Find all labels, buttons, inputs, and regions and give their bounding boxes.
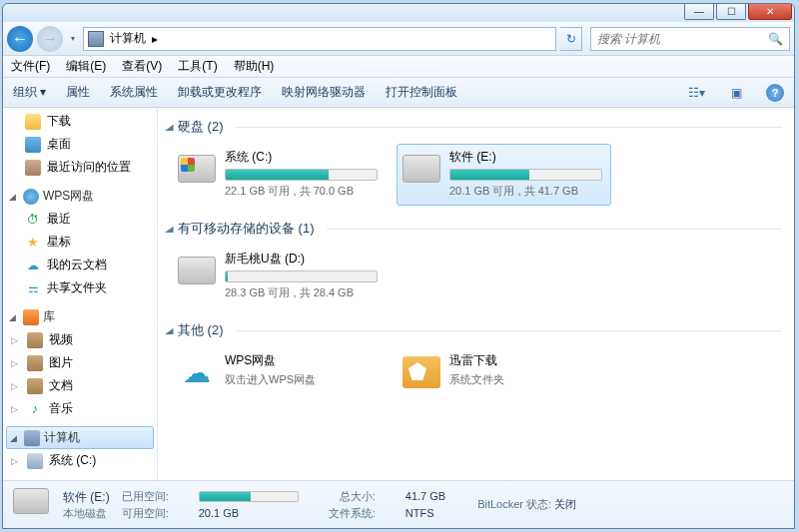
- menu-tools[interactable]: 工具(T): [178, 58, 217, 75]
- drive-space-text: 20.1 GB 可用 , 共 41.7 GB: [449, 184, 602, 199]
- usb-drive-icon: [177, 251, 217, 290]
- sidebar-item-recent-places[interactable]: 最近访问的位置: [3, 156, 157, 179]
- address-bar[interactable]: 计算机 ▸: [83, 27, 556, 51]
- section-label: 其他 (2): [178, 321, 224, 339]
- expand-icon: ◢: [9, 192, 19, 202]
- control-panel-button[interactable]: 打开控制面板: [386, 84, 457, 101]
- drive-c[interactable]: 系统 (C:) 22.1 GB 可用 , 共 70.0 GB: [172, 144, 387, 206]
- titlebar: — ☐ ✕: [3, 4, 794, 22]
- sidebar-item-music[interactable]: ▷♪音乐: [3, 397, 157, 420]
- sidebar-item-label: 系统 (C:): [49, 452, 96, 469]
- sidebar-item-label: 星标: [47, 234, 71, 251]
- close-button[interactable]: ✕: [748, 4, 792, 20]
- sidebar-item-label: 音乐: [49, 400, 73, 417]
- section-removable[interactable]: 有可移动存储的设备 (1): [164, 216, 784, 242]
- drive-name: 软件 (E:): [449, 149, 602, 166]
- sidebar-item-label: 下载: [47, 113, 71, 130]
- section-hard-drives[interactable]: 硬盘 (2): [164, 114, 784, 140]
- expand-icon: ◢: [10, 433, 20, 443]
- sidebar-group-computer[interactable]: ◢计算机: [6, 426, 154, 449]
- details-used-bar: [199, 490, 299, 503]
- sidebar-item-pictures[interactable]: ▷图片: [3, 351, 157, 374]
- details-title: 软件 (E:): [63, 489, 110, 506]
- properties-button[interactable]: 属性: [66, 84, 90, 101]
- refresh-button[interactable]: ↻: [560, 27, 582, 51]
- expand-icon[interactable]: ▷: [11, 456, 21, 466]
- section-label: 硬盘 (2): [178, 118, 224, 136]
- wps-cloud-icon: ☁: [177, 352, 217, 392]
- sidebar: 下载 桌面 最近访问的位置 ◢WPS网盘 ⏱最近 ★星标 ☁我的云文档 ⚎共享文…: [3, 108, 158, 480]
- view-mode-button[interactable]: ☷▾: [686, 84, 706, 102]
- minimize-button[interactable]: —: [684, 4, 714, 20]
- computer-icon: [88, 31, 104, 47]
- sidebar-item-label: 文档: [49, 377, 73, 394]
- clock-icon: ⏱: [25, 212, 41, 228]
- main-pane: 硬盘 (2) 系统 (C:) 22.1 GB 可用 , 共 70.0 GB 软件…: [158, 108, 794, 480]
- drive-name: 新毛桃U盘 (D:): [225, 251, 378, 267]
- details-free-label: 可用空间:: [122, 506, 169, 521]
- sidebar-item-label: 最近: [47, 211, 71, 228]
- sidebar-item-wps-star[interactable]: ★星标: [3, 231, 157, 254]
- expand-icon[interactable]: ▷: [11, 358, 21, 368]
- details-type: 本地磁盘: [63, 506, 110, 521]
- menu-view[interactable]: 查看(V): [122, 58, 162, 75]
- item-wps[interactable]: ☁ WPS网盘 双击进入WPS网盘: [172, 347, 387, 399]
- history-dropdown[interactable]: ▾: [67, 29, 79, 49]
- sidebar-item-label: 我的云文档: [47, 257, 107, 273]
- downloads-icon: [25, 114, 41, 130]
- sidebar-item-label: 共享文件夹: [47, 279, 107, 296]
- sidebar-item-wps-recent[interactable]: ⏱最近: [3, 208, 157, 231]
- expand-icon[interactable]: ▷: [11, 381, 21, 391]
- breadcrumb-item[interactable]: 计算机: [110, 30, 146, 47]
- breadcrumb-sep[interactable]: ▸: [152, 32, 158, 46]
- search-input[interactable]: [597, 32, 768, 46]
- organize-button[interactable]: 组织 ▾: [13, 84, 46, 101]
- drive-d[interactable]: 新毛桃U盘 (D:) 28.3 GB 可用 , 共 28.4 GB: [172, 246, 387, 307]
- expand-icon[interactable]: ▷: [11, 335, 21, 345]
- item-xunlei[interactable]: 迅雷下载 系统文件夹: [397, 347, 611, 399]
- sidebar-item-wps-docs[interactable]: ☁我的云文档: [3, 254, 157, 276]
- uninstall-button[interactable]: 卸载或更改程序: [178, 84, 262, 101]
- documents-icon: [27, 378, 43, 394]
- sidebar-item-downloads[interactable]: 下载: [3, 110, 157, 133]
- menubar: 文件(F) 编辑(E) 查看(V) 工具(T) 帮助(H): [3, 56, 794, 78]
- drive-bar: [225, 169, 378, 181]
- search-box[interactable]: 🔍: [590, 27, 790, 51]
- drive-e[interactable]: 软件 (E:) 20.1 GB 可用 , 共 41.7 GB: [397, 144, 611, 206]
- details-total-val: 41.7 GB: [405, 490, 445, 502]
- maximize-button[interactable]: ☐: [716, 4, 746, 20]
- star-icon: ★: [25, 235, 41, 251]
- menu-help[interactable]: 帮助(H): [234, 58, 275, 75]
- drive-name: 系统 (C:): [225, 149, 378, 166]
- menu-edit[interactable]: 编辑(E): [66, 58, 106, 75]
- music-icon: ♪: [27, 401, 43, 417]
- expand-icon[interactable]: ▷: [11, 404, 21, 414]
- folder-icon: [401, 352, 441, 392]
- section-other[interactable]: 其他 (2): [164, 317, 784, 343]
- back-button[interactable]: ←: [7, 26, 33, 52]
- drive-space-text: 28.3 GB 可用 , 共 28.4 GB: [225, 285, 378, 300]
- sys-properties-button[interactable]: 系统属性: [110, 84, 158, 101]
- sidebar-item-documents[interactable]: ▷文档: [3, 374, 157, 397]
- sidebar-item-label: 图片: [49, 354, 73, 371]
- details-fs-label: 文件系统:: [329, 506, 376, 521]
- menu-file[interactable]: 文件(F): [11, 58, 50, 75]
- explorer-window: — ☐ ✕ ← → ▾ 计算机 ▸ ↻ 🔍 文件(F) 编辑(E) 查看(V) …: [2, 3, 795, 529]
- drive-space-text: 22.1 GB 可用 , 共 70.0 GB: [225, 184, 378, 199]
- map-drive-button[interactable]: 映射网络驱动器: [282, 84, 366, 101]
- details-used-label: 已用空间:: [122, 489, 169, 504]
- sidebar-item-wps-share[interactable]: ⚎共享文件夹: [3, 276, 157, 299]
- sidebar-item-desktop[interactable]: 桌面: [3, 133, 157, 156]
- preview-pane-button[interactable]: ▣: [726, 84, 746, 102]
- sidebar-group-label: 计算机: [44, 429, 80, 446]
- sidebar-item-videos[interactable]: ▷视频: [3, 328, 157, 351]
- forward-button[interactable]: →: [37, 26, 63, 52]
- expand-icon: ◢: [9, 312, 19, 322]
- help-button[interactable]: ?: [766, 84, 784, 102]
- sidebar-item-drive-c[interactable]: ▷系统 (C:): [3, 449, 157, 472]
- sidebar-group-wps[interactable]: ◢WPS网盘: [3, 185, 157, 208]
- sidebar-item-label: 最近访问的位置: [47, 159, 131, 176]
- sidebar-group-libraries[interactable]: ◢库: [3, 305, 157, 328]
- item-name: WPS网盘: [225, 352, 378, 369]
- computer-icon: [24, 430, 40, 446]
